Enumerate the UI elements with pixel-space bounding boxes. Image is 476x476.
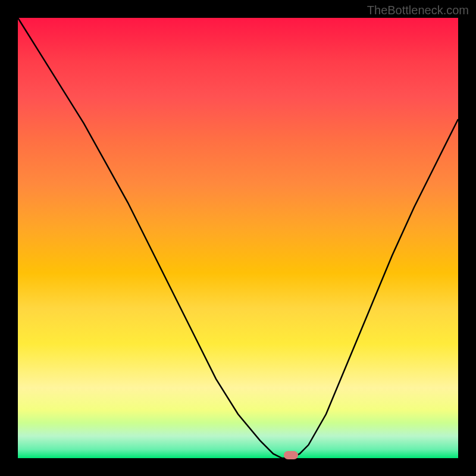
watermark-text: TheBottleneck.com — [367, 4, 469, 17]
optimum-marker — [284, 451, 298, 459]
chart-container: TheBottleneck.com — [0, 0, 476, 476]
bottleneck-curve — [18, 18, 458, 458]
